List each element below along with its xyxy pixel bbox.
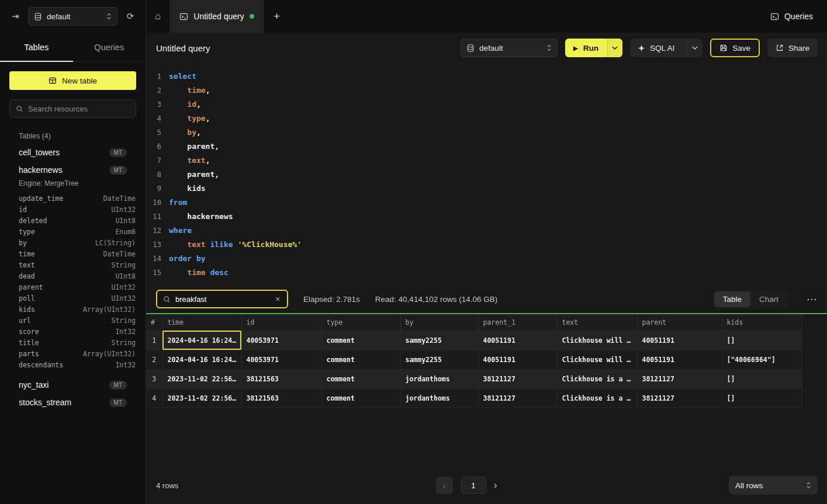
column-header-parent[interactable]: parent: [637, 314, 722, 331]
current-page[interactable]: 1: [461, 477, 486, 494]
table-column-row[interactable]: deletedUInt8: [0, 215, 146, 226]
view-chart-button[interactable]: Chart: [750, 291, 787, 307]
table-column-row[interactable]: textString: [0, 259, 146, 270]
new-table-button[interactable]: New table: [9, 71, 136, 90]
cell-by[interactable]: sammy2255: [400, 331, 478, 350]
table-column-row[interactable]: deadUInt8: [0, 270, 146, 281]
table-column-row[interactable]: update_timeDateTime: [0, 193, 146, 204]
more-options-button[interactable]: ⋯: [805, 293, 818, 305]
table-row: 12024-04-16 16:24…40053971commentsammy22…: [146, 331, 802, 350]
table-column-row[interactable]: byLC(String): [0, 237, 146, 248]
cell-id[interactable]: 40053971: [241, 350, 321, 369]
cell-time[interactable]: 2023-11-02 22:56…: [162, 388, 241, 408]
table-column-row[interactable]: typeEnum8: [0, 226, 146, 237]
view-table-button[interactable]: Table: [714, 291, 750, 307]
row-number[interactable]: 1: [146, 331, 162, 350]
next-page-button[interactable]: ›: [494, 480, 497, 491]
page-size-selector[interactable]: All rows: [729, 476, 818, 495]
cell-parent[interactable]: 38121127: [637, 369, 722, 388]
table-column-row[interactable]: timeDateTime: [0, 248, 146, 259]
cell-text[interactable]: Clickhouse is a …: [557, 388, 637, 408]
sidebar-table-hackernews[interactable]: hackernewsMT: [0, 161, 146, 179]
column-header-by[interactable]: by: [400, 314, 478, 331]
cell-time[interactable]: 2024-04-16 16:24…: [162, 350, 241, 369]
cell-type[interactable]: comment: [321, 369, 400, 388]
sidebar-table-nyc_taxi[interactable]: nyc_taxiMT: [0, 376, 146, 394]
row-number[interactable]: 4: [146, 388, 162, 408]
refresh-button[interactable]: ⟳: [122, 8, 139, 25]
sql-editor[interactable]: 1select2 time,3 id,4 type,5 by,6 parent,…: [146, 63, 827, 285]
cell-parent_1[interactable]: 38121127: [478, 388, 557, 408]
resource-search-input[interactable]: [28, 105, 130, 113]
cell-parent[interactable]: 40051191: [637, 350, 722, 369]
share-button[interactable]: Share: [767, 39, 818, 57]
cell-type[interactable]: comment: [321, 350, 400, 369]
column-header-num[interactable]: #: [146, 314, 162, 331]
run-button[interactable]: ▶ Run: [565, 39, 607, 57]
row-number[interactable]: 3: [146, 369, 162, 388]
cell-text[interactable]: Clickhouse is a …: [557, 369, 637, 388]
cell-type[interactable]: comment: [321, 331, 400, 350]
previous-page-button[interactable]: ‹: [435, 477, 453, 494]
column-header-text[interactable]: text: [557, 314, 637, 331]
cell-time[interactable]: 2023-11-02 22:56…: [162, 369, 241, 388]
table-column-row[interactable]: partsArray(UInt32): [0, 348, 146, 359]
cell-parent_1[interactable]: 40051191: [478, 331, 557, 350]
cell-id[interactable]: 38121563: [241, 369, 321, 388]
column-header-id[interactable]: id: [241, 314, 321, 331]
sql-ai-button[interactable]: SQL AI: [630, 39, 703, 57]
cell-id[interactable]: 40053971: [241, 331, 321, 350]
table-column-row[interactable]: titleString: [0, 337, 146, 348]
run-options-button[interactable]: [607, 39, 622, 57]
table-column-row[interactable]: urlString: [0, 315, 146, 326]
table-column-row[interactable]: parentUInt32: [0, 281, 146, 293]
cell-by[interactable]: jordanthoms: [400, 369, 478, 388]
cell-text[interactable]: Clickhouse will …: [557, 350, 637, 369]
new-tab-button[interactable]: +: [264, 0, 290, 33]
row-number[interactable]: 2: [146, 350, 162, 369]
sidebar-tab-queries[interactable]: Queries: [73, 33, 146, 61]
code-line: 15 time desc: [146, 265, 827, 279]
cell-parent[interactable]: 40051191: [637, 331, 722, 350]
table-column-row[interactable]: scoreInt32: [0, 326, 146, 337]
table-column-row[interactable]: idUInt32: [0, 204, 146, 215]
column-header-parent_1[interactable]: parent_1: [478, 314, 557, 331]
query-database-selector[interactable]: default: [461, 39, 558, 57]
cell-type[interactable]: comment: [321, 388, 400, 408]
clear-filter-button[interactable]: ×: [272, 294, 283, 304]
topbar-database-selector[interactable]: default: [28, 7, 117, 26]
cell-kids[interactable]: []: [722, 388, 802, 408]
cell-by[interactable]: jordanthoms: [400, 388, 478, 408]
table-column-row[interactable]: descendantsInt32: [0, 359, 146, 370]
collapse-sidebar-button[interactable]: ⇥: [7, 8, 23, 25]
sidebar-tab-tables[interactable]: Tables: [0, 33, 73, 61]
column-header-time[interactable]: time: [162, 314, 241, 331]
column-header-kids[interactable]: kids: [722, 314, 802, 331]
cell-kids[interactable]: ["40066964"]: [722, 350, 802, 369]
column-name: poll: [19, 294, 35, 303]
save-button[interactable]: Save: [710, 39, 760, 57]
sql-ai-label: SQL AI: [650, 44, 681, 53]
code-line: 12where: [146, 223, 827, 237]
table-column-row[interactable]: kidsArray(UInt32): [0, 304, 146, 315]
cell-by[interactable]: sammy2255: [400, 350, 478, 369]
sql-ai-options-button[interactable]: [686, 39, 703, 57]
cell-time[interactable]: 2024-04-16 16:24…: [162, 331, 241, 350]
cell-kids[interactable]: []: [722, 369, 802, 388]
cell-kids[interactable]: []: [722, 331, 802, 350]
sidebar-table-cell_towers[interactable]: cell_towersMT: [0, 144, 146, 161]
queries-button[interactable]: Queries: [770, 12, 813, 21]
home-tab[interactable]: ⌂: [146, 0, 169, 33]
cell-text[interactable]: Clickhouse will …: [557, 331, 637, 350]
sidebar-table-stocks_stream[interactable]: stocks_streamMT: [0, 394, 146, 411]
cell-parent[interactable]: 38121127: [637, 388, 722, 408]
cell-parent_1[interactable]: 40051191: [478, 350, 557, 369]
line-number: 4: [146, 114, 161, 123]
results-filter-input[interactable]: [175, 295, 267, 304]
table-column-row[interactable]: pollUInt32: [0, 293, 146, 304]
tab-untitled-query[interactable]: Untitled query: [169, 0, 264, 33]
column-header-type[interactable]: type: [321, 314, 400, 331]
home-icon: ⌂: [155, 11, 161, 22]
cell-id[interactable]: 38121563: [241, 388, 321, 408]
cell-parent_1[interactable]: 38121127: [478, 369, 557, 388]
